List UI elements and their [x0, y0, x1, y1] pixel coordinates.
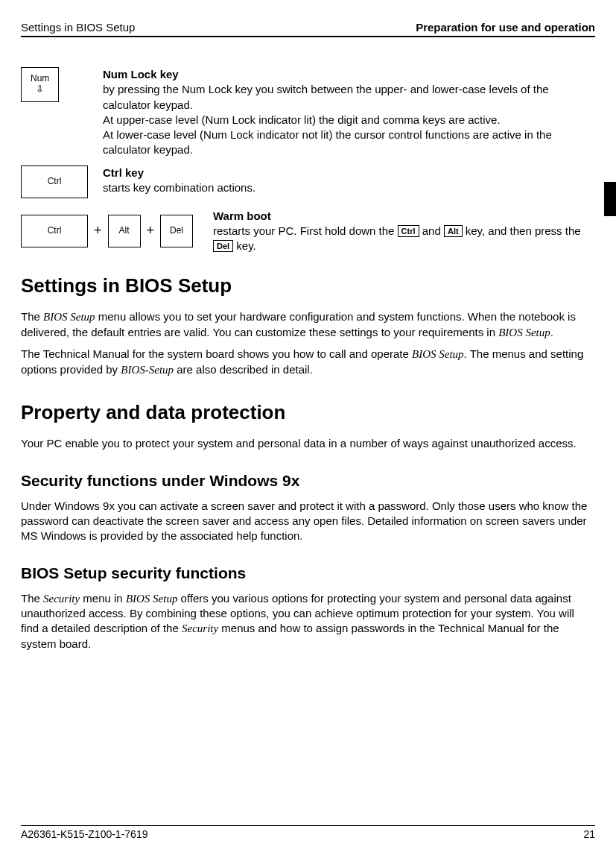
heading-bios-security: BIOS Setup security functions: [21, 564, 595, 582]
warmboot-row: Ctrl + Alt + Del Warm boot restarts your…: [21, 209, 595, 254]
plus-icon: +: [94, 223, 102, 239]
warmboot-text-mid1: and: [422, 224, 444, 237]
text-run: The Technical Manual for the system boar…: [21, 347, 412, 360]
ctrl-key-icon: Ctrl: [21, 165, 88, 198]
inline-alt-key-icon: Alt: [444, 225, 463, 237]
header-right: Preparation for use and operation: [416, 21, 595, 34]
paragraph: The BIOS Setup menu allows you to set yo…: [21, 309, 595, 341]
text-italic: BIOS Setup: [498, 327, 550, 338]
footer-page-number: 21: [583, 828, 595, 840]
paragraph: Under Windows 9x you can activate a scre…: [21, 499, 595, 543]
text-run: menu allows you to set your hardware con…: [21, 310, 576, 338]
plus-icon: +: [147, 223, 155, 239]
keycap-label: Ctrl: [48, 177, 62, 186]
footer-doc-id: A26361-K515-Z100-1-7619: [21, 828, 147, 840]
inline-ctrl-key-icon: Ctrl: [398, 225, 419, 237]
numlock-row: Num ⇩ Num Lock key by pressing the Num L…: [21, 67, 595, 158]
text-italic: Security: [43, 593, 80, 605]
heading-security-win9x: Security functions under Windows 9x: [21, 472, 595, 490]
ctrl-title: Ctrl key: [103, 166, 144, 179]
heading-property-protection: Property and data protection: [21, 401, 595, 424]
numlock-title: Num Lock key: [103, 68, 179, 81]
paragraph: Your PC enable you to protect your syste…: [21, 436, 595, 451]
numlock-line3: At lower-case level (Num Lock indicator …: [103, 128, 552, 156]
text-run: are also described in detail.: [174, 363, 313, 376]
warmboot-title: Warm boot: [213, 209, 271, 222]
warmboot-text-mid2: key, and then press the: [466, 224, 581, 237]
ctrl-desc: Ctrl key starts key combination actions.: [103, 165, 595, 198]
text-italic: Security: [182, 622, 218, 634]
warmboot-text-pre: restarts your PC. First hold down the: [213, 224, 398, 237]
numlock-line2: At upper-case level (Num Lock indicator …: [103, 113, 501, 126]
numlock-desc: Num Lock key by pressing the Num Lock ke…: [103, 67, 595, 158]
text-run: menu in: [80, 592, 126, 605]
ctrl-row: Ctrl Ctrl key starts key combination act…: [21, 165, 595, 198]
text-italic: BIOS Setup: [126, 593, 178, 605]
paragraph: The Technical Manual for the system boar…: [21, 347, 595, 378]
keycap-label: Alt: [119, 226, 130, 235]
numlock-line1: by pressing the Num Lock key you switch …: [103, 83, 549, 110]
keycap-label: Num: [31, 74, 49, 83]
text-italic: BIOS Setup: [412, 348, 464, 360]
down-arrow-icon: ⇩: [36, 84, 44, 94]
text-italic: BIOS-Setup: [121, 364, 174, 376]
warmboot-text-post: key.: [236, 239, 255, 252]
keycap-label: Ctrl: [48, 226, 62, 235]
keycap-label: Del: [170, 226, 183, 235]
text-run: .: [550, 326, 553, 338]
page-footer: A26361-K515-Z100-1-7619 21: [21, 825, 595, 840]
text-run: The: [21, 310, 43, 323]
del-key-icon: Del: [160, 215, 193, 247]
paragraph: The Security menu in BIOS Setup offers y…: [21, 591, 595, 652]
ctrl-key-icon: Ctrl: [21, 215, 88, 247]
ctrl-key-col: Ctrl: [21, 165, 103, 198]
section-side-marker: [604, 182, 616, 216]
page-header: Settings in BIOS Setup Preparation for u…: [21, 21, 595, 37]
ctrl-line1: starts key combination actions.: [103, 181, 255, 194]
numlock-key-col: Num ⇩: [21, 67, 103, 158]
heading-bios-setup: Settings in BIOS Setup: [21, 274, 595, 297]
num-lock-key-icon: Num ⇩: [21, 67, 59, 102]
alt-key-icon: Alt: [108, 215, 141, 247]
warmboot-key-col: Ctrl + Alt + Del: [21, 209, 213, 254]
text-italic: BIOS Setup: [43, 311, 95, 323]
text-run: The: [21, 592, 43, 605]
warmboot-desc: Warm boot restarts your PC. First hold d…: [213, 209, 595, 254]
inline-del-key-icon: Del: [213, 240, 233, 252]
header-left: Settings in BIOS Setup: [21, 21, 135, 34]
